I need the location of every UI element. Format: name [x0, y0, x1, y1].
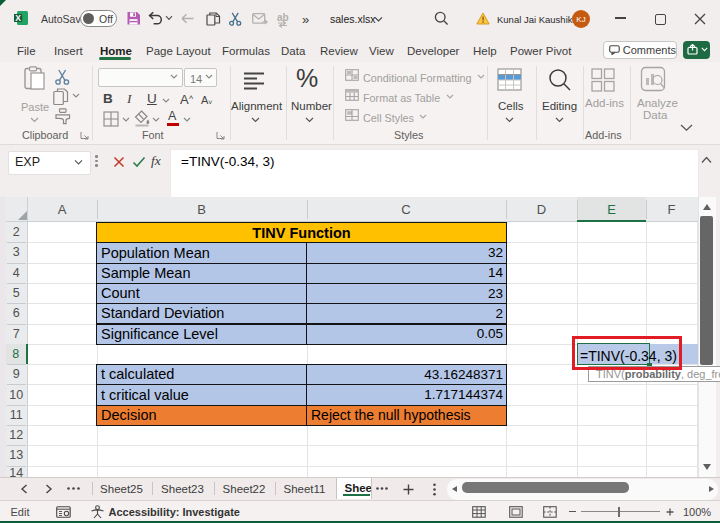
svg-text:X: X	[15, 13, 21, 23]
